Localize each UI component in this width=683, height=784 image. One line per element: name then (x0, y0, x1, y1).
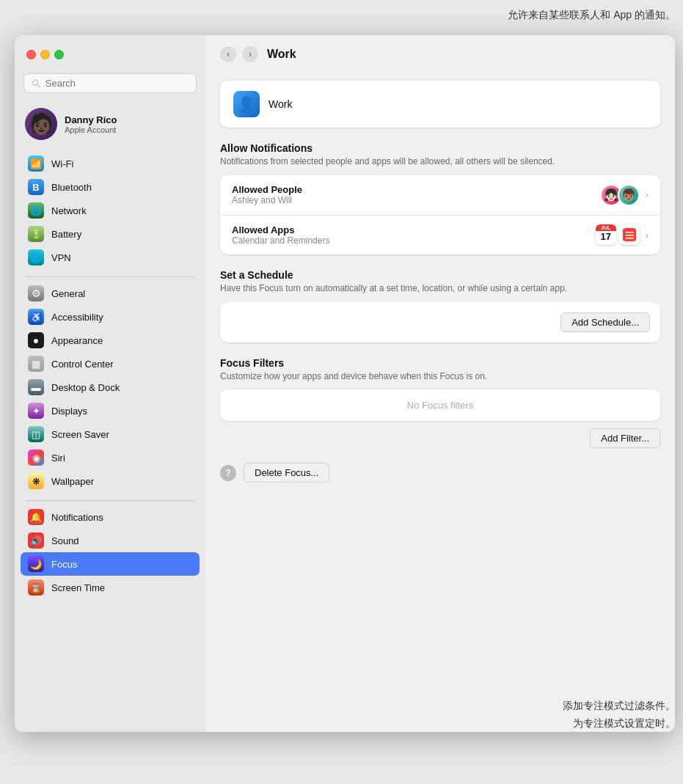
focus-filters-section: Focus Filters Customize how your apps an… (220, 357, 660, 449)
sidebar-label-accessibility: Accessibility (51, 312, 103, 323)
sidebar-divider-2 (25, 500, 195, 501)
add-filter-button[interactable]: Add Filter... (590, 428, 660, 448)
focus-filters-desc: Customize how your apps and device behav… (220, 370, 660, 383)
user-name: Danny Rico (65, 114, 117, 125)
displays-icon: ✦ (28, 403, 44, 419)
focus-filters-title: Focus Filters (220, 357, 660, 369)
search-box[interactable] (23, 73, 197, 93)
sidebar-item-sound[interactable]: 🔊 Sound (21, 529, 200, 552)
set-schedule-section: Set a Schedule Have this Focus turn on a… (220, 269, 660, 342)
screen-time-icon: ⌛ (28, 579, 44, 596)
screen-saver-icon: ◫ (28, 426, 44, 442)
sidebar-item-screen-saver[interactable]: ◫ Screen Saver (21, 422, 200, 446)
schedule-area: Add Schedule... (220, 302, 660, 342)
sidebar-item-desktop-dock[interactable]: ▬ Desktop & Dock (21, 375, 200, 399)
sidebar-item-displays[interactable]: ✦ Displays (21, 399, 200, 422)
sound-icon: 🔊 (28, 532, 44, 549)
help-button[interactable]: ? (220, 465, 236, 481)
sidebar-label-siri: Siri (51, 453, 65, 464)
sidebar: 🧑🏿 Danny Rico Apple Account 📶 Wi-Fi B Bl… (15, 35, 205, 732)
sidebar-item-bluetooth[interactable]: B Bluetooth (21, 175, 200, 199)
search-input[interactable] (45, 78, 189, 89)
sidebar-item-accessibility[interactable]: ♿ Accessibility (21, 305, 200, 329)
svg-line-1 (37, 84, 40, 87)
sidebar-label-sound: Sound (51, 535, 79, 546)
sidebar-item-control-center[interactable]: ▦ Control Center (21, 352, 200, 375)
cal-header: JUL (596, 224, 616, 231)
desktop-dock-icon: ▬ (28, 379, 44, 395)
traffic-lights (26, 50, 64, 59)
titlebar (15, 35, 205, 73)
cal-date: 17 (600, 231, 610, 243)
sidebar-label-general: General (51, 288, 85, 299)
sidebar-item-screen-time[interactable]: ⌛ Screen Time (21, 576, 200, 599)
allowed-people-label: Allowed People (232, 184, 593, 195)
sidebar-item-notifications[interactable]: 🔔 Notifications (21, 505, 200, 529)
sidebar-label-displays: Displays (51, 406, 87, 417)
sidebar-label-appearance: Appearance (51, 335, 103, 346)
maximize-button[interactable] (54, 50, 64, 59)
sidebar-group-focus: 🔔 Notifications 🔊 Sound 🌙 Focus ⌛ (21, 505, 200, 599)
allowed-apps-sub: Calendar and Reminders (232, 235, 588, 246)
delete-focus-button[interactable]: Delete Focus... (244, 463, 329, 483)
svg-rect-3 (625, 232, 634, 233)
svg-rect-7 (625, 238, 634, 239)
avatar-will: 👦🏽 (618, 184, 640, 206)
tooltip-bottom: 添加专注模式过滤条件。 为专注模式设置定时。 (563, 697, 676, 733)
page-title: Work (267, 48, 296, 61)
sidebar-item-general[interactable]: ⚙ General (21, 282, 200, 305)
sidebar-group-network: 📶 Wi-Fi B Bluetooth 🌐 Network 🔋 (21, 152, 200, 269)
allowed-people-row[interactable]: Allowed People Ashley and Will 👧🏻 👦🏽 › (220, 175, 660, 216)
main-header: ‹ › Work (205, 35, 675, 73)
user-info: Danny Rico Apple Account (65, 114, 117, 134)
allow-notifications-section: Allow Notifications Notifications from s… (220, 142, 660, 254)
sidebar-item-siri[interactable]: ◉ Siri (21, 446, 200, 469)
allowed-people-text: Allowed People Ashley and Will (232, 184, 593, 205)
add-schedule-button[interactable]: Add Schedule... (560, 312, 650, 332)
focus-filters-empty: No Focus filters (220, 389, 660, 421)
close-button[interactable] (26, 50, 36, 59)
general-icon: ⚙ (28, 285, 44, 301)
sidebar-divider-1 (25, 276, 195, 277)
allowed-apps-row[interactable]: Allowed Apps Calendar and Reminders JUL … (220, 216, 660, 254)
sidebar-label-desktop-dock: Desktop & Dock (51, 382, 120, 393)
sidebar-item-wallpaper[interactable]: ❋ Wallpaper (21, 469, 200, 493)
main-content: ‹ › Work 👤 Work Allow Notifications Noti… (205, 35, 675, 732)
vpn-icon: 🌐 (28, 249, 44, 265)
app-icons-group: JUL 17 (596, 224, 640, 245)
svg-point-6 (624, 235, 626, 236)
allowed-apps-label: Allowed Apps (232, 224, 588, 235)
sidebar-label-wallpaper: Wallpaper (51, 476, 94, 487)
bluetooth-icon: B (28, 179, 44, 195)
bottom-actions: ? Delete Focus... (220, 463, 660, 483)
sidebar-label-network: Network (51, 205, 87, 216)
sidebar-item-appearance[interactable]: ● Appearance (21, 329, 200, 352)
wifi-icon: 📶 (28, 155, 44, 172)
user-section[interactable]: 🧑🏿 Danny Rico Apple Account (15, 100, 205, 147)
wallpaper-icon: ❋ (28, 473, 44, 489)
sidebar-item-focus[interactable]: 🌙 Focus (21, 552, 200, 576)
sidebar-item-network[interactable]: 🌐 Network (21, 199, 200, 222)
sidebar-label-control-center: Control Center (51, 359, 114, 370)
filter-actions: Add Filter... (220, 428, 660, 448)
sidebar-label-bluetooth: Bluetooth (51, 182, 92, 193)
network-icon: 🌐 (28, 202, 44, 219)
sidebar-item-battery[interactable]: 🔋 Battery (21, 222, 200, 246)
main-body: 👤 Work Allow Notifications Notifications… (205, 73, 675, 732)
minimize-button[interactable] (40, 50, 50, 59)
avatar: 🧑🏿 (25, 108, 57, 140)
control-center-icon: ▦ (28, 356, 44, 372)
forward-button[interactable]: › (242, 46, 258, 62)
notifications-card: Allowed People Ashley and Will 👧🏻 👦🏽 › (220, 175, 660, 254)
sidebar-label-wifi: Wi-Fi (51, 158, 73, 169)
calendar-app-icon: JUL 17 (596, 224, 616, 245)
svg-point-8 (624, 238, 626, 239)
back-button[interactable]: ‹ (220, 46, 236, 62)
allowed-apps-right: JUL 17 (596, 224, 649, 245)
focus-icon: 🌙 (28, 556, 44, 572)
sidebar-item-wifi[interactable]: 📶 Wi-Fi (21, 152, 200, 175)
focus-card-name: Work (269, 98, 292, 110)
allowed-apps-chevron: › (646, 230, 649, 241)
avatars-group: 👧🏻 👦🏽 (600, 184, 640, 206)
sidebar-item-vpn[interactable]: 🌐 VPN (21, 246, 200, 269)
